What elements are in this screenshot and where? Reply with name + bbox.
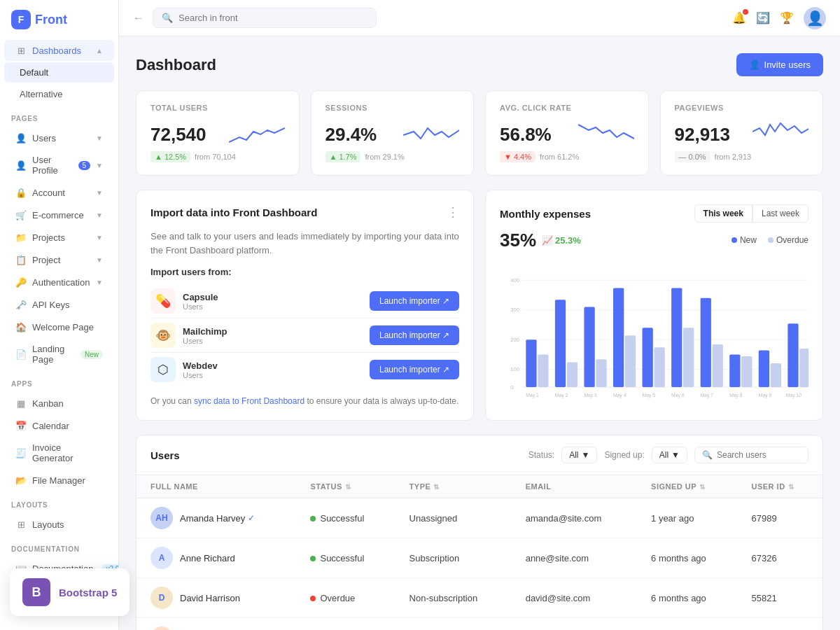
table-header-row: FULL NAME STATUS⇅ TYPE⇅ EMAIL SIGNED UP⇅… xyxy=(136,475,822,498)
sidebar-item-welcome-page[interactable]: 🏠 Welcome Page xyxy=(4,316,114,337)
bootstrap-text: Bootstrap 5 xyxy=(59,587,117,598)
svg-rect-27 xyxy=(771,363,781,387)
sidebar-item-dashboards[interactable]: ⊞ Dashboards ▲ xyxy=(4,40,114,61)
status-filter[interactable]: All ▼ xyxy=(561,447,597,463)
logo[interactable]: F Front xyxy=(0,0,118,39)
sidebar-item-api-keys[interactable]: 🗝️ API Keys xyxy=(4,294,114,315)
cell-signed-up: 6 months ago xyxy=(637,578,737,618)
collapse-button[interactable]: ← xyxy=(133,12,144,24)
user-profile-icon: 👤 xyxy=(15,160,27,171)
cell-user-id: 67989 xyxy=(737,498,822,538)
svg-text:May 6: May 6 xyxy=(671,393,685,398)
col-type: TYPE⇅ xyxy=(396,475,512,498)
account-icon: 🔒 xyxy=(15,187,27,198)
svg-text:May 2: May 2 xyxy=(555,393,568,398)
invite-users-button[interactable]: 👤 Invite users xyxy=(736,53,823,76)
notification-button[interactable]: 🔔 xyxy=(732,11,746,24)
sparkline-click-rate xyxy=(578,118,634,146)
search-users-icon: 🔍 xyxy=(702,450,713,460)
sidebar-item-alternative[interactable]: Alternative xyxy=(4,84,114,104)
svg-text:0: 0 xyxy=(510,384,513,391)
sparkline-sessions xyxy=(403,118,459,146)
table-row: A Anne Richard Successful Subscription a… xyxy=(136,538,822,578)
svg-text:May 10: May 10 xyxy=(786,393,802,398)
sidebar-item-calendar[interactable]: 📅 Calendar xyxy=(4,415,114,436)
import-footer: Or you can sync data to Front Dashboard … xyxy=(150,396,459,406)
sidebar-item-ecommerce[interactable]: 🛒 E-commerce ▼ xyxy=(4,204,114,225)
cell-user-id: 55821 xyxy=(737,578,822,618)
auth-icon: 🔑 xyxy=(15,276,27,288)
svg-rect-26 xyxy=(759,350,769,387)
stats-grid: TOTAL USERS 72,540 ▲ 12.5% from 70,104 S… xyxy=(136,90,823,176)
user-search-box[interactable]: 🔍 xyxy=(694,447,808,463)
dashboards-icon: ⊞ xyxy=(15,45,27,56)
kanban-icon: ▦ xyxy=(15,398,27,409)
status-dot xyxy=(310,516,316,522)
layouts-section-label: LAYOUTS xyxy=(0,491,118,513)
users-section: Users Status: All ▼ Signed up: All ▼ 🔍 xyxy=(136,435,823,630)
cell-email: david@site.com xyxy=(512,578,637,618)
signed-up-filter[interactable]: All ▼ xyxy=(652,447,687,463)
cell-email: finch@site.com xyxy=(512,618,637,631)
import-from-label: Import users from: xyxy=(150,267,459,277)
mailchimp-launch-button[interactable]: Launch importer ↗ xyxy=(370,326,459,345)
import-card-menu[interactable]: ⋮ xyxy=(447,204,459,220)
svg-text:May 5: May 5 xyxy=(643,393,656,398)
sidebar-item-invoice-generator[interactable]: 🧾 Invoice Generator xyxy=(4,438,114,468)
svg-rect-17 xyxy=(625,335,636,387)
bar-chart: 400 300 200 100 0 xyxy=(500,262,808,402)
sidebar-item-project[interactable]: 📋 Project ▼ xyxy=(4,249,114,270)
webdev-launch-button[interactable]: Launch importer ↗ xyxy=(370,360,459,379)
refresh-button[interactable]: 🔄 xyxy=(756,11,770,24)
status-dot xyxy=(310,596,316,601)
search-input[interactable] xyxy=(178,13,368,23)
users-table-body: AH Amanda Harvey ✓ Successful Unassigned… xyxy=(136,498,822,631)
middle-grid: Import data into Front Dashboard ⋮ See a… xyxy=(136,190,823,421)
sidebar-item-landing-page[interactable]: 📄 Landing Page New xyxy=(4,339,114,370)
sidebar-item-file-manager[interactable]: 📂 File Manager xyxy=(4,470,114,491)
sidebar-item-users[interactable]: 👤 Users ▼ xyxy=(4,127,114,148)
content-area: Dashboard 👤 Invite users TOTAL USERS 72,… xyxy=(119,36,840,630)
settings-button[interactable]: 🏆 xyxy=(780,11,794,24)
import-row-mailchimp: 🐵 Mailchimp Users Launch importer ↗ xyxy=(150,318,459,353)
cell-type: Subscription xyxy=(396,538,512,578)
sync-link[interactable]: sync data to Front Dashboard xyxy=(194,396,304,406)
user-search-input[interactable] xyxy=(717,450,801,460)
svg-rect-15 xyxy=(596,359,606,387)
sidebar-item-authentication[interactable]: 🔑 Authentication ▼ xyxy=(4,272,114,293)
sparkline-total-users xyxy=(229,118,285,146)
topbar-right: 🔔 🔄 🏆 👤 xyxy=(732,7,826,29)
sidebar-item-layouts[interactable]: ⊞ Layouts xyxy=(4,514,114,535)
user-avatar[interactable]: 👤 xyxy=(804,7,826,29)
status-dot xyxy=(310,556,316,561)
cell-full-name: A Anne Richard xyxy=(136,538,296,578)
sidebar-item-user-profile[interactable]: 👤 User Profile 5 ▼ xyxy=(4,150,114,181)
import-row-webdev: ⬡ Webdev Users Launch importer ↗ xyxy=(150,353,459,386)
sidebar-item-default[interactable]: Default xyxy=(4,62,114,83)
sidebar-item-account[interactable]: 🔒 Account ▼ xyxy=(4,182,114,203)
capsule-launch-button[interactable]: Launch importer ↗ xyxy=(370,291,459,311)
bootstrap-promo: B Bootstrap 5 xyxy=(10,568,130,616)
last-week-button[interactable]: Last week xyxy=(752,204,808,223)
svg-rect-10 xyxy=(526,340,536,387)
welcome-icon: 🏠 xyxy=(15,321,27,332)
users-table: FULL NAME STATUS⇅ TYPE⇅ EMAIL SIGNED UP⇅… xyxy=(136,475,822,630)
mailchimp-logo: 🐵 xyxy=(150,323,176,348)
import-sources: 💊 Capsule Users Launch importer ↗ 🐵 Mail… xyxy=(150,284,459,386)
this-week-button[interactable]: This week xyxy=(694,204,752,223)
page-title: Dashboard xyxy=(136,56,216,74)
projects-icon: 📁 xyxy=(15,232,27,243)
sidebar-item-kanban[interactable]: ▦ Kanban xyxy=(4,393,114,414)
svg-rect-20 xyxy=(671,288,682,387)
sidebar-item-projects[interactable]: 📁 Projects ▼ xyxy=(4,227,114,248)
svg-text:100: 100 xyxy=(510,366,519,372)
user-avatar-cell: D xyxy=(150,587,173,609)
svg-rect-11 xyxy=(538,354,548,387)
col-email: EMAIL xyxy=(512,475,637,498)
svg-text:May 4: May 4 xyxy=(613,393,626,398)
search-box[interactable]: 🔍 xyxy=(153,8,377,28)
cell-full-name: F Finch Hoot xyxy=(136,618,296,631)
svg-text:May 1: May 1 xyxy=(526,393,539,398)
table-row: F Finch Hoot Pending Subscription finch@… xyxy=(136,618,822,631)
sidebar: F Front ⊞ Dashboards ▲ Default Alternati… xyxy=(0,0,119,630)
